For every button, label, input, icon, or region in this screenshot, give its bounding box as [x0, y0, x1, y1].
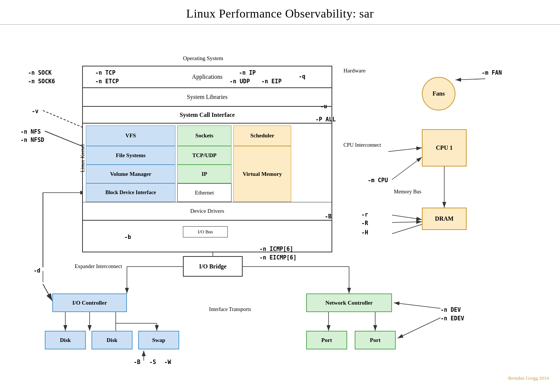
volumemanager-block: Volume Manager: [86, 165, 175, 183]
page-title: Linux Performance Observability: sar: [0, 0, 560, 25]
iocontroller-box: I/O Controller: [52, 293, 127, 312]
flag-big-r: -R: [361, 220, 368, 227]
disk1-box: Disk: [45, 331, 86, 349]
svg-line-38: [394, 303, 441, 308]
interface-transports-label: Interface Transports: [209, 307, 251, 312]
scheduler-block: Scheduler: [233, 125, 291, 146]
credit-label: Brendan Gregg 2014: [508, 375, 549, 381]
flag-q: -q: [299, 73, 305, 80]
devicedrivers-row: Device Drivers: [82, 202, 332, 221]
flag-n-ip: -n IP: [239, 69, 256, 76]
filesystems-block: File Systems: [86, 146, 175, 165]
swap-box: Swap: [138, 331, 179, 349]
iobus-box: I/O Bus: [183, 226, 228, 237]
vfs-block: VFS: [86, 125, 175, 146]
port1-box: Port: [306, 331, 347, 349]
svg-line-13: [388, 148, 422, 152]
flag-h: -H: [361, 229, 368, 236]
port2-box: Port: [355, 331, 396, 349]
svg-line-21: [43, 284, 52, 301]
expander-interconnect-label: Expander Interconnect: [75, 264, 122, 270]
flag-n-etcp: -n ETCP: [95, 78, 119, 85]
flag-eicmp: -n EICMP[6]: [259, 254, 296, 261]
iobridge-box: I/O Bridge: [183, 256, 243, 277]
fans-circle: Fans: [422, 77, 455, 111]
flag-n-sock6: -n SOCK6: [28, 78, 55, 85]
ethernet-block: Ethernet: [177, 183, 231, 202]
hardware-label: Hardware: [343, 68, 365, 74]
flag-n-udp: -n UDP: [230, 78, 250, 85]
ip-block: IP: [177, 165, 231, 183]
flag-m-fan: -m FAN: [482, 69, 502, 76]
diagram-area: Operating System Hardware Applications S…: [0, 25, 560, 387]
flag-n-eip: -n EIP: [261, 78, 281, 85]
flag-big-s: -S: [149, 359, 156, 365]
applications-row: Applications: [82, 66, 332, 88]
cpu-box: CPU 1: [422, 129, 467, 167]
cpu-interconnect-label: CPU Interconnect: [343, 142, 381, 148]
syscall-row: System Call Interface: [82, 107, 332, 124]
svg-line-17: [392, 215, 422, 220]
netcontroller-box: Network Controller: [306, 293, 392, 312]
flag-d: -d: [34, 267, 40, 274]
flag-n-dev: -n DEV: [441, 307, 461, 313]
svg-line-39: [398, 318, 441, 338]
flag-r: -r: [361, 211, 368, 218]
flag-icmp: -n ICMP[6]: [259, 246, 293, 252]
flag-n-nfsd: -n NFSD: [21, 137, 44, 143]
syslibs-row: System Libraries: [82, 88, 332, 107]
virtualmem-block: Virtual Memory: [233, 146, 291, 202]
os-label: Operating System: [183, 55, 223, 62]
flag-v: -v: [32, 108, 38, 115]
flag-n-sock: -n SOCK: [28, 69, 52, 76]
sockets-block: Sockets: [177, 125, 231, 146]
memory-bus-label: Memory Bus: [394, 189, 421, 195]
flag-n-nfs: -n NFS: [21, 128, 41, 135]
svg-line-18: [392, 222, 422, 223]
flag-big-w: -W: [164, 359, 171, 365]
blockdevice-block: Block Device Interface: [86, 183, 175, 202]
svg-line-42: [392, 224, 422, 234]
flag-b: -b: [124, 234, 131, 240]
svg-line-14: [392, 157, 422, 180]
svg-line-15: [455, 79, 485, 80]
kernel-label: Linux Kernel: [80, 144, 86, 172]
dram-box: DRAM: [422, 208, 467, 230]
flag-n-tcp: -n TCP: [95, 69, 115, 76]
flag-n-edev: -n EDEV: [441, 315, 464, 322]
flag-u: -u: [320, 103, 327, 110]
flag-m-cpu: -m CPU: [368, 177, 388, 184]
disk2-box: Disk: [91, 331, 133, 349]
flag-p-all: -P ALL: [315, 116, 336, 123]
tcpudp-block: TCP/UDP: [177, 146, 231, 165]
flag-big-b: -B: [325, 213, 332, 220]
flag-big-b2: -B: [134, 359, 140, 365]
